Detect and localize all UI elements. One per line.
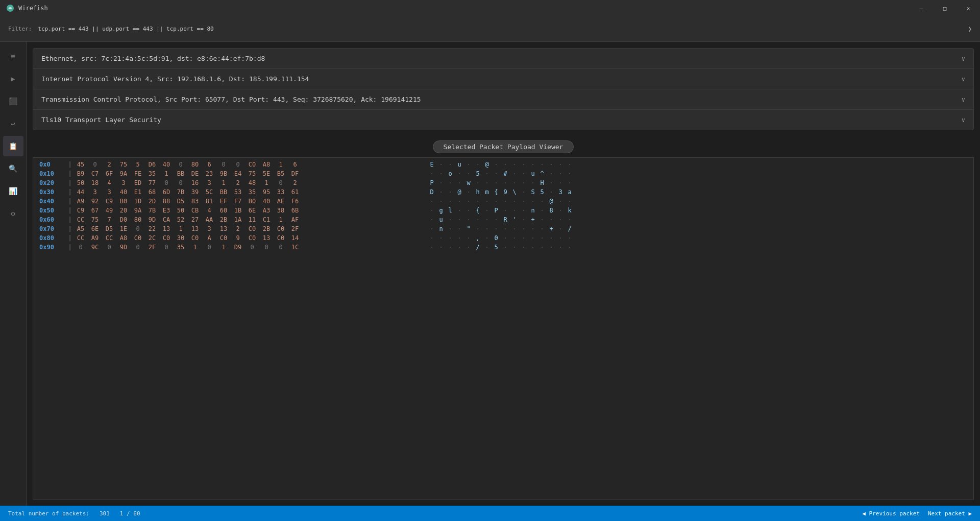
ascii-char: · bbox=[566, 179, 573, 186]
hex-byte: B0 bbox=[118, 198, 129, 205]
ascii-char: · bbox=[566, 234, 573, 242]
hex-cols: C96749209A7BE350CB4601B6EA3386B bbox=[75, 207, 412, 214]
prev-packet-button[interactable]: ◀ Previous packet bbox=[862, 510, 920, 517]
sidebar-item-stop[interactable]: ⬛ bbox=[3, 91, 23, 111]
header-row-ethernet[interactable]: Ethernet, src: 7c:21:4a:5c:5d:91, dst: e… bbox=[33, 49, 973, 69]
hex-byte: 0 bbox=[204, 244, 215, 251]
hex-cols: A992C9B01D2D88D58381EFF7B040AEF6 bbox=[75, 198, 412, 205]
ascii-char: · bbox=[511, 244, 518, 251]
ascii-char: · bbox=[447, 225, 454, 232]
next-packet-button[interactable]: Next packet ▶ bbox=[928, 510, 972, 517]
sidebar-item-play[interactable]: ▶ bbox=[3, 68, 23, 89]
hex-byte: D0 bbox=[118, 216, 129, 223]
hex-byte: 38 bbox=[275, 207, 286, 214]
ascii-char: · bbox=[566, 161, 573, 168]
header-text-tls: Tls10 Transport Layer Security bbox=[41, 116, 962, 124]
ascii-char: @ bbox=[456, 188, 463, 196]
hex-byte: 1A bbox=[232, 216, 243, 223]
minimize-button[interactable]: — bbox=[910, 0, 933, 16]
maximize-button[interactable]: □ bbox=[933, 0, 957, 16]
hex-byte: 0 bbox=[261, 244, 272, 251]
chevron-down-icon-ip: ∨ bbox=[962, 76, 965, 83]
ascii-char: · bbox=[548, 170, 555, 177]
hex-byte: C0 bbox=[247, 225, 258, 232]
sidebar-item-stats[interactable]: 📊 bbox=[3, 181, 23, 201]
ascii-char: · bbox=[493, 161, 500, 168]
hex-byte: 3 bbox=[204, 179, 215, 186]
hex-byte: 0 bbox=[132, 244, 143, 251]
hex-byte: C0 bbox=[132, 234, 143, 242]
ascii-char: · bbox=[502, 161, 509, 168]
ascii-cols: ·gl··{·P···n·8·k bbox=[428, 207, 632, 214]
sidebar-item-settings[interactable]: ⚙ bbox=[3, 203, 23, 224]
payload-row: 0x10|B9C76F9AFE351BBDE239BE4755EB5DF··o·… bbox=[33, 169, 973, 178]
hex-byte: 49 bbox=[104, 207, 115, 214]
hex-byte: 20 bbox=[118, 207, 129, 214]
hex-byte: 27 bbox=[189, 216, 201, 223]
header-row-tls[interactable]: Tls10 Transport Layer Security ∨ bbox=[33, 110, 973, 130]
ascii-char: · bbox=[456, 179, 463, 186]
header-row-tcp[interactable]: Transmission Control Protocol, Src Port:… bbox=[33, 89, 973, 110]
hex-byte: 40 bbox=[118, 188, 129, 196]
ascii-char: · bbox=[428, 244, 435, 251]
hex-byte: 2C bbox=[146, 234, 158, 242]
hex-byte: 0 bbox=[132, 225, 143, 232]
sidebar: ≡ ▶ ⬛ ↩ 📋 🔍 📊 ⚙ bbox=[0, 42, 27, 506]
ascii-char: n bbox=[529, 207, 536, 214]
sidebar-item-packets[interactable]: 📋 bbox=[3, 136, 23, 156]
hex-byte: 3 bbox=[104, 188, 115, 196]
hex-byte: 2F bbox=[146, 244, 158, 251]
hex-byte: 9B bbox=[218, 170, 229, 177]
payload-content[interactable]: 0x0|4502755D640080600C0A816E··u··@······… bbox=[33, 157, 974, 500]
hex-byte: 1 bbox=[218, 244, 229, 251]
header-row-ip[interactable]: Internet Protocol Version 4, Src: 192.16… bbox=[33, 69, 973, 89]
titlebar: Wirefish — □ ✕ bbox=[0, 0, 980, 16]
ascii-char: · bbox=[548, 234, 555, 242]
hex-byte: 0 bbox=[89, 161, 101, 168]
hex-byte: 13 bbox=[218, 225, 229, 232]
sidebar-item-menu[interactable]: ≡ bbox=[3, 46, 23, 66]
sidebar-item-reload[interactable]: ↩ bbox=[3, 113, 23, 134]
ascii-char: · bbox=[502, 207, 509, 214]
hex-byte: 40 bbox=[261, 198, 272, 205]
hex-byte: BB bbox=[218, 188, 229, 196]
expand-icon[interactable]: ❯ bbox=[968, 25, 972, 33]
payload-inner[interactable]: 0x0|4502755D640080600C0A816E··u··@······… bbox=[33, 158, 973, 499]
ascii-char: · bbox=[520, 244, 527, 251]
ascii-char: · bbox=[548, 188, 555, 196]
ascii-char: · bbox=[520, 225, 527, 232]
ascii-char: @ bbox=[548, 198, 555, 205]
hex-byte: DE bbox=[189, 170, 201, 177]
payload-title-badge: Selected Packet Payload Viewer bbox=[433, 140, 574, 153]
hex-byte: 22 bbox=[146, 225, 158, 232]
hex-byte: C9 bbox=[104, 198, 115, 205]
ascii-char: · bbox=[557, 161, 564, 168]
hex-byte: AA bbox=[204, 216, 215, 223]
ascii-char: · bbox=[548, 216, 555, 223]
filter-value[interactable]: tcp.port == 443 || udp.port == 443 || tc… bbox=[38, 26, 213, 32]
hex-byte: A5 bbox=[75, 225, 86, 232]
ascii-char: · bbox=[557, 170, 564, 177]
close-button[interactable]: ✕ bbox=[957, 0, 980, 16]
hex-byte: A8 bbox=[118, 234, 129, 242]
ascii-char: 5 bbox=[538, 188, 546, 196]
hex-byte: 9D bbox=[118, 244, 129, 251]
hex-byte: 1 bbox=[275, 161, 286, 168]
hex-byte: 1 bbox=[218, 179, 229, 186]
ascii-char: u bbox=[437, 216, 445, 223]
ascii-char: · bbox=[511, 170, 518, 177]
ascii-char: · bbox=[502, 234, 509, 242]
hex-byte: A9 bbox=[75, 198, 86, 205]
ascii-char: · bbox=[437, 234, 445, 242]
sidebar-item-search[interactable]: 🔍 bbox=[3, 158, 23, 179]
ascii-char: · bbox=[428, 216, 435, 223]
ascii-char: { bbox=[493, 188, 500, 196]
status-page: 1 / 60 bbox=[120, 510, 140, 517]
ascii-char: · bbox=[520, 216, 527, 223]
ascii-char: 5 bbox=[474, 170, 481, 177]
ascii-char: · bbox=[437, 244, 445, 251]
hex-byte: 16 bbox=[189, 179, 201, 186]
ascii-char: · bbox=[456, 234, 463, 242]
hex-byte: 9A bbox=[132, 207, 143, 214]
hex-byte: D9 bbox=[232, 244, 243, 251]
